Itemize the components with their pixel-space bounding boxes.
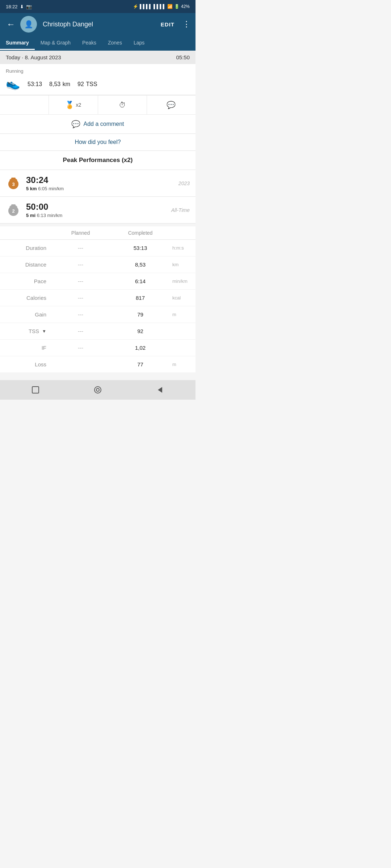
stat-label-calories: Calories bbox=[0, 295, 51, 301]
perf-row-bronze: 3 30:24 5 km 6:05 min/km 2023 bbox=[0, 170, 196, 197]
camera-icon: 📷 bbox=[26, 4, 32, 9]
stats-section: Planned Completed Duration --- 53:13 h:m… bbox=[0, 226, 196, 373]
stats-planned-header: Planned bbox=[51, 230, 110, 236]
activity-type: Running bbox=[6, 68, 190, 74]
stat-row-tss: TSS ▼ --- 92 bbox=[0, 323, 196, 340]
stat-planned-pace: --- bbox=[51, 278, 110, 284]
stat-planned-duration: --- bbox=[51, 245, 110, 251]
stat-label-distance: Distance bbox=[0, 261, 51, 268]
stat-completed-calories: 817 bbox=[110, 295, 170, 301]
stat-row-calories: Calories --- 817 kcal bbox=[0, 290, 196, 306]
avatar: 👤 bbox=[20, 16, 37, 33]
svg-rect-2 bbox=[11, 178, 16, 180]
add-comment-row[interactable]: 💬 Add a comment bbox=[0, 115, 196, 134]
shoe-icon: 👟 bbox=[6, 77, 20, 90]
stat-planned-gain: --- bbox=[51, 311, 110, 318]
signal-icon: ▌▌▌▌ bbox=[140, 4, 152, 9]
stat-label-pace: Pace bbox=[0, 278, 51, 284]
stat-unit-duration: h:m:s bbox=[170, 245, 196, 251]
status-bar: 18:22 ⬇ 📷 ⚡ ▌▌▌▌ ▌▌▌▌ 📶 🔋 42% bbox=[0, 0, 196, 13]
stat-unit-gain: m bbox=[170, 312, 196, 317]
svg-text:3: 3 bbox=[12, 182, 14, 187]
left-spacer-cell bbox=[0, 95, 49, 114]
badge-icon: 🏅 bbox=[65, 101, 74, 109]
tab-zones[interactable]: Zones bbox=[102, 35, 128, 50]
timer-cell[interactable]: ⏱ bbox=[98, 95, 147, 114]
tab-peaks[interactable]: Peaks bbox=[76, 35, 102, 50]
badge-count: x2 bbox=[76, 102, 81, 108]
svg-point-11 bbox=[94, 387, 101, 393]
stat-row-if: IF --- 1,02 bbox=[0, 340, 196, 356]
edit-button[interactable]: EDIT bbox=[161, 21, 175, 27]
status-left: 18:22 ⬇ 📷 bbox=[6, 4, 32, 9]
stat-label-duration: Duration bbox=[0, 245, 51, 251]
comment-cell[interactable]: 💬 bbox=[147, 95, 196, 114]
svg-rect-10 bbox=[32, 387, 39, 393]
battery-icon: 🔋 bbox=[174, 4, 180, 9]
bronze-medal-icon: 3 bbox=[6, 176, 21, 191]
stat-completed-loss: 77 bbox=[110, 361, 170, 367]
stat-row-gain: Gain --- 79 m bbox=[0, 306, 196, 323]
silver-medal-icon: 2 bbox=[6, 203, 21, 218]
status-right: ⚡ ▌▌▌▌ ▌▌▌▌ 📶 🔋 42% bbox=[133, 4, 190, 9]
perf-time-bronze: 30:24 bbox=[26, 175, 173, 185]
comment-icon: 💬 bbox=[71, 120, 80, 128]
nav-square-button[interactable] bbox=[30, 384, 41, 395]
stat-unit-pace: min/km bbox=[170, 278, 196, 284]
feel-label: How did you feel? bbox=[75, 139, 121, 145]
stat-completed-pace: 6:14 bbox=[110, 278, 170, 284]
bluetooth-icon: ⚡ bbox=[133, 4, 138, 9]
stat-label-tss: TSS ▼ bbox=[0, 328, 51, 334]
battery-percent: 42% bbox=[181, 4, 190, 9]
tab-summary[interactable]: Summary bbox=[0, 35, 35, 50]
svg-point-12 bbox=[96, 388, 99, 391]
more-button[interactable]: ⋮ bbox=[182, 20, 190, 29]
download-icon: ⬇ bbox=[20, 4, 24, 9]
tab-map-graph[interactable]: Map & Graph bbox=[35, 35, 76, 50]
stat-planned-calories: --- bbox=[51, 295, 110, 301]
stat-unit-loss: m bbox=[170, 362, 196, 367]
stats-completed-header: Completed bbox=[110, 230, 170, 236]
nav-back-button[interactable] bbox=[155, 384, 165, 395]
tab-laps[interactable]: Laps bbox=[128, 35, 150, 50]
stat-planned-if: --- bbox=[51, 345, 110, 351]
perf-row-silver: 2 50:00 5 mi 6:13 min/km All-Time bbox=[0, 197, 196, 224]
badge-cell[interactable]: 🏅 x2 bbox=[49, 95, 98, 114]
chat-icon: 💬 bbox=[167, 101, 176, 109]
svg-text:2: 2 bbox=[12, 208, 14, 214]
date-header: Today · 8. August 2023 05:50 bbox=[0, 51, 196, 64]
feel-row[interactable]: How did you feel? bbox=[0, 134, 196, 151]
stat-completed-duration: 53:13 bbox=[110, 245, 170, 251]
back-button[interactable]: ← bbox=[5, 18, 17, 31]
stat-planned-tss: --- bbox=[51, 328, 110, 334]
nav-home-button[interactable] bbox=[92, 384, 103, 395]
stat-completed-distance: 8,53 bbox=[110, 261, 170, 268]
activity-card: Running 👟 53:13 8,53 km 92 TSS bbox=[0, 64, 196, 95]
stat-completed-gain: 79 bbox=[110, 311, 170, 318]
date-left: Today · 8. August 2023 bbox=[6, 54, 61, 60]
perf-time-silver: 50:00 bbox=[26, 202, 166, 212]
activity-duration: 53:13 bbox=[28, 80, 42, 88]
svg-rect-7 bbox=[11, 204, 16, 207]
perf-info-silver: 50:00 5 mi 6:13 min/km bbox=[26, 202, 166, 218]
stat-label-loss: Loss bbox=[0, 361, 51, 367]
icons-row: 🏅 x2 ⏱ 💬 bbox=[0, 95, 196, 115]
activity-row: 👟 53:13 8,53 km 92 TSS bbox=[6, 77, 190, 90]
stat-row-pace: Pace --- 6:14 min/km bbox=[0, 273, 196, 290]
perf-year-silver: All-Time bbox=[171, 207, 190, 213]
peak-performances-title: Peak Performances (x2) bbox=[0, 151, 196, 170]
wifi-icon: 📶 bbox=[167, 4, 173, 9]
activity-tss: 92 TSS bbox=[77, 80, 97, 88]
stat-label-if: IF bbox=[0, 345, 51, 351]
perf-detail-bronze: 5 km 6:05 min/km bbox=[26, 186, 173, 191]
stat-row-distance: Distance --- 8,53 km bbox=[0, 256, 196, 273]
signal2-icon: ▌▌▌▌ bbox=[154, 4, 166, 9]
bottom-nav bbox=[0, 380, 196, 400]
stat-unit-calories: kcal bbox=[170, 295, 196, 301]
stat-row-duration: Duration --- 53:13 h:m:s bbox=[0, 240, 196, 256]
stat-completed-tss: 92 bbox=[110, 328, 170, 334]
stats-header: Planned Completed bbox=[0, 226, 196, 240]
tss-caret-icon[interactable]: ▼ bbox=[42, 329, 46, 334]
perf-year-bronze: 2023 bbox=[178, 180, 190, 186]
date-right: 05:50 bbox=[176, 54, 190, 60]
